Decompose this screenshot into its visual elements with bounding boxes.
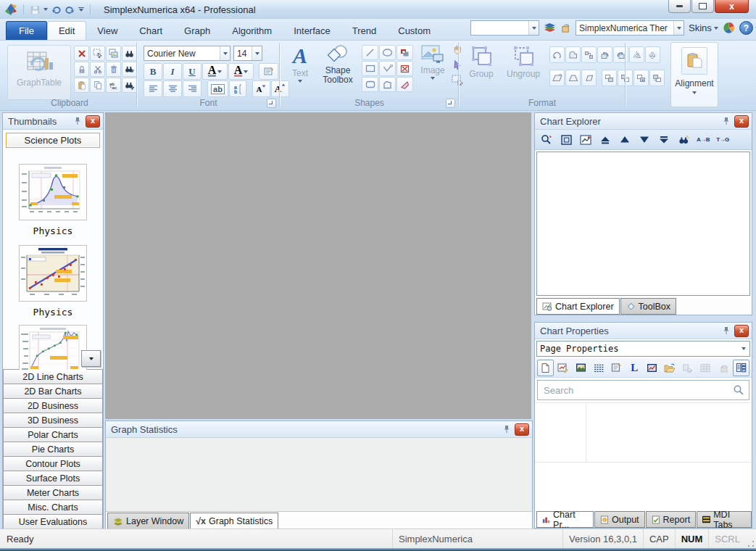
font-family-combo[interactable]: Courier New [144, 46, 230, 61]
properties-button[interactable] [608, 360, 625, 376]
help-menu[interactable]: ? [739, 21, 756, 35]
regroup-button[interactable] [581, 46, 597, 63]
category-2d-bar-charts[interactable]: 2D Bar Charts [3, 384, 103, 399]
search-input[interactable] [542, 384, 733, 397]
undo-icon[interactable] [51, 4, 62, 14]
quick-combo-dropdown[interactable] [528, 21, 539, 35]
page-properties-combo[interactable]: Page Properties [536, 341, 750, 357]
category-pie-charts[interactable]: Pie Charts [3, 442, 103, 457]
tab-graph-statistics[interactable]: √x Graph Statistics [190, 513, 278, 529]
delete-shape-button[interactable] [396, 61, 413, 76]
layout-toggle-button[interactable] [733, 360, 749, 376]
chart-view-button[interactable] [578, 133, 593, 147]
tab-report[interactable]: Report [646, 511, 697, 528]
tab-edit[interactable]: Edit [47, 21, 86, 40]
category-user-evaluations[interactable]: User Evaluations [3, 514, 103, 529]
graphtable-button[interactable]: GraphTable [7, 45, 71, 100]
fit-frame-button[interactable] [559, 133, 573, 147]
flip-horizontal-button[interactable] [629, 46, 644, 63]
find-advanced-button[interactable] [122, 78, 137, 93]
save-dropdown-icon[interactable] [43, 8, 48, 11]
customize-qat-button[interactable] [78, 7, 84, 12]
chart-explorer-tree[interactable] [536, 152, 750, 296]
polygon-shape-button[interactable] [379, 77, 396, 92]
skew-free-button[interactable] [581, 70, 597, 86]
open-button[interactable] [662, 360, 678, 376]
underline-button[interactable]: U [183, 63, 202, 80]
font-dialog-launcher[interactable] [267, 99, 276, 108]
image-tool-button[interactable]: Image [417, 44, 449, 80]
theme-combo-dropdown[interactable] [673, 21, 684, 35]
bold-button[interactable]: B [144, 63, 162, 80]
pin-button[interactable] [721, 116, 731, 126]
tab-chart[interactable]: Chart [128, 22, 173, 40]
lock-button[interactable] [74, 62, 89, 77]
copy-picture-button[interactable] [106, 46, 121, 61]
italic-button[interactable]: I [163, 63, 182, 80]
pin-button[interactable] [721, 326, 731, 336]
resize-grip[interactable] [746, 529, 756, 549]
shrink-font-button[interactable]: A [252, 80, 270, 97]
rename-tg-button[interactable]: T→G [715, 133, 730, 147]
tab-chart-explorer[interactable]: Chart Explorer [536, 298, 620, 315]
find-button[interactable] [122, 46, 137, 61]
search-chart-button[interactable] [676, 133, 691, 147]
skew-trapezoid-button[interactable] [565, 70, 581, 86]
tab-view[interactable]: View [86, 22, 128, 40]
layers-tool-icon[interactable] [544, 22, 556, 33]
group-button[interactable]: Group [462, 45, 500, 79]
reset-box-icon[interactable] [560, 22, 571, 33]
chart-style-button[interactable] [644, 360, 660, 376]
category-surface-plots[interactable]: Surface Plots [3, 471, 103, 486]
tab-file[interactable]: File [6, 21, 47, 40]
tab-toolbox[interactable]: ToolBox [620, 298, 676, 315]
shape-toolbox-button[interactable]: Shape Toolbox [317, 44, 359, 85]
ribbon-group-alignment[interactable]: Alignment [670, 42, 718, 107]
tab-trend[interactable]: Trend [341, 22, 387, 40]
close-button[interactable]: x [715, 0, 749, 13]
maximize-button[interactable] [691, 0, 714, 13]
font-size-combo[interactable]: 14 [233, 46, 262, 61]
vertical-text-button[interactable]: ab [229, 80, 246, 97]
skins-menu[interactable]: Skins [689, 22, 718, 33]
data-grid-button[interactable] [591, 360, 607, 376]
font-family-dropdown[interactable] [220, 46, 230, 60]
roundrect-shape-button[interactable] [362, 77, 378, 92]
move-top-button[interactable] [598, 133, 612, 147]
quick-combo[interactable] [470, 20, 539, 36]
legend-button[interactable]: L [626, 360, 643, 376]
category-2d-business[interactable]: 2D Business [3, 398, 103, 413]
skew-right-button[interactable] [549, 70, 565, 86]
bring-forward-button[interactable] [602, 70, 617, 86]
text-box-button[interactable]: ab [207, 80, 228, 97]
pin-button[interactable] [502, 424, 511, 434]
reset-button[interactable] [715, 360, 732, 376]
edit-chart-button[interactable] [555, 360, 572, 376]
cut-button[interactable] [90, 62, 105, 77]
text-highlight-button[interactable]: A [228, 63, 254, 80]
move-down-button[interactable] [637, 133, 652, 147]
rotate-left-button[interactable] [597, 46, 612, 63]
align-center-button[interactable] [163, 80, 182, 97]
redo-icon[interactable] [65, 4, 75, 14]
move-bottom-button[interactable] [657, 133, 671, 147]
category-2d-line-charts[interactable]: 2D Line Charts [3, 369, 103, 384]
minimize-button[interactable] [668, 0, 691, 13]
tab-custom[interactable]: Custom [387, 22, 441, 40]
thumbnails-close-button[interactable]: x [86, 115, 100, 128]
category-meter-charts[interactable]: Meter Charts [3, 485, 103, 500]
theme-combo[interactable]: SimplexNumerica Ther [576, 20, 684, 36]
copy-button[interactable] [90, 78, 105, 93]
image-shape-button[interactable] [396, 45, 413, 60]
rename-ab-button[interactable]: A→B [696, 133, 710, 147]
thumbnail-physics-2[interactable] [19, 245, 87, 302]
tab-graph[interactable]: Graph [173, 22, 221, 40]
alignment-button[interactable] [681, 47, 707, 75]
category-contour-plots[interactable]: Contour Plots [3, 456, 103, 471]
select-frame-button[interactable] [90, 46, 105, 61]
bring-to-front-button[interactable]: + [634, 70, 649, 86]
table-button[interactable] [697, 360, 714, 376]
graph-statistics-close-button[interactable]: x [515, 423, 529, 436]
align-left-button[interactable] [144, 80, 162, 97]
freeform-shape-button[interactable] [396, 77, 413, 92]
